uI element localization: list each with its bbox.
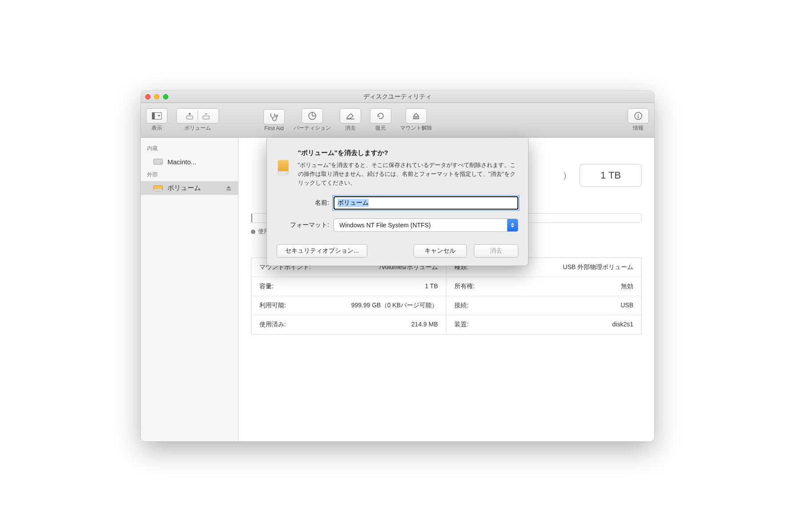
window: ディスクユーティリティ 表示 ボリューム First Aid (141, 91, 654, 441)
svg-rect-2 (187, 116, 193, 119)
sidebar-item-volume[interactable]: ボリューム (141, 181, 238, 195)
dialog-heading: "ボリューム"を消去しますか? (298, 149, 518, 157)
info-label: 情報 (633, 124, 644, 132)
toolbar-partition-group: パーティション (294, 108, 331, 132)
toolbar-erase-group: 消去 (340, 108, 361, 132)
view-button[interactable] (146, 108, 167, 123)
external-disk-icon (153, 184, 163, 192)
erase-label: 消去 (345, 124, 356, 132)
format-label: フォーマット: (277, 221, 329, 229)
name-label: 名前: (277, 199, 329, 207)
name-row: 名前: (277, 196, 518, 210)
eject-icon[interactable] (226, 185, 232, 191)
svg-rect-9 (638, 115, 639, 118)
svg-rect-13 (154, 189, 163, 191)
toolbar-volume-group: ボリューム (176, 108, 219, 132)
info-grid: マウントポイント:/Volumes/ボリューム 種類:USB 外部物理ボリューム… (251, 258, 642, 334)
sidebar-item-macintosh[interactable]: Macinto... (141, 155, 238, 168)
toolbar-view-group: 表示 (146, 108, 167, 132)
svg-point-17 (286, 173, 287, 174)
erase-button[interactable] (340, 108, 361, 123)
toolbar: 表示 ボリューム First Aid パーティション (141, 103, 654, 138)
titlebar: ディスクユーティリティ (141, 91, 654, 103)
add-volume-icon (185, 111, 194, 120)
dialog-top: "ボリューム"を消去しますか? "ボリューム"を消去すると、そこに保存されている… (277, 149, 518, 187)
view-label: 表示 (151, 124, 162, 132)
info-capacity: 容量:1 TB (251, 277, 446, 296)
eject-icon (412, 112, 420, 120)
partition-label: パーティション (294, 124, 331, 132)
restore-label: 復元 (375, 124, 386, 132)
unmount-label: マウント解除 (400, 124, 432, 132)
toolbar-firstaid-group: First Aid (263, 109, 285, 131)
partition-button[interactable] (302, 108, 323, 123)
format-select[interactable]: Windows NT File System (NTFS) (334, 218, 518, 232)
svg-rect-3 (203, 116, 209, 119)
svg-rect-15 (278, 160, 289, 173)
svg-rect-6 (413, 118, 419, 119)
svg-rect-10 (154, 159, 163, 164)
volume-subtext-fragment: ) (564, 171, 566, 180)
svg-rect-14 (227, 189, 231, 190)
select-stepper-icon (507, 219, 518, 231)
sidebar-view-icon (152, 112, 162, 119)
remove-volume-icon (202, 111, 211, 120)
svg-point-4 (276, 115, 278, 117)
format-selected-value: Windows NT File System (NTFS) (339, 222, 431, 229)
sidebar: 内蔵 Macinto... 外部 ボリューム (141, 138, 238, 441)
restore-icon (376, 111, 385, 120)
format-row: フォーマット: Windows NT File System (NTFS) (277, 218, 518, 232)
name-input[interactable] (334, 196, 518, 210)
toolbar-restore-group: 復元 (370, 108, 391, 132)
toolbar-info-group: 情報 (628, 108, 649, 132)
size-pill: 1 TB (580, 164, 642, 187)
erase-dialog: "ボリューム"を消去しますか? "ボリューム"を消去すると、そこに保存されている… (266, 138, 529, 266)
info-connection: 接続:USB (446, 296, 641, 315)
info-used: 使用済み:214.9 MB (251, 315, 446, 334)
svg-rect-1 (152, 113, 155, 119)
dialog-buttons: セキュリティオプション... キャンセル 消去 (277, 244, 518, 258)
unmount-button[interactable] (405, 108, 427, 123)
restore-button[interactable] (370, 108, 391, 123)
svg-point-8 (638, 114, 639, 115)
volume-label: ボリューム (184, 124, 211, 132)
info-button[interactable] (628, 108, 649, 123)
info-icon (634, 111, 643, 120)
toolbar-unmount-group: マウント解除 (400, 108, 432, 132)
internal-disk-icon (153, 158, 163, 166)
sidebar-item-label: ボリューム (167, 184, 201, 192)
sidebar-item-label: Macinto... (167, 158, 196, 166)
sidebar-section-internal: 内蔵 (141, 142, 238, 155)
dialog-body: "ボリューム"を消去すると、そこに保存されているデータがすべて削除されます。この… (298, 161, 518, 187)
svg-point-11 (160, 163, 161, 163)
volume-buttons[interactable] (176, 108, 219, 123)
sidebar-section-external: 外部 (141, 168, 238, 181)
info-available: 利用可能:999.99 GB（0 KBパージ可能） (251, 296, 446, 315)
window-title: ディスクユーティリティ (141, 93, 654, 101)
cancel-button[interactable]: キャンセル (413, 244, 467, 258)
info-owner: 所有権:無効 (446, 277, 641, 296)
first-aid-button[interactable] (263, 109, 285, 124)
external-drive-icon (277, 149, 290, 187)
security-options-button[interactable]: セキュリティオプション... (277, 244, 367, 258)
first-aid-label: First Aid (264, 125, 283, 131)
pie-icon (308, 111, 317, 120)
stethoscope-icon (269, 112, 279, 121)
usage-bar-used-segment (251, 214, 252, 222)
info-device: 装置:disk2s1 (446, 315, 641, 334)
eraser-icon (346, 112, 355, 120)
erase-confirm-button[interactable]: 消去 (474, 244, 518, 258)
dialog-message: "ボリューム"を消去しますか? "ボリューム"を消去すると、そこに保存されている… (298, 149, 518, 187)
